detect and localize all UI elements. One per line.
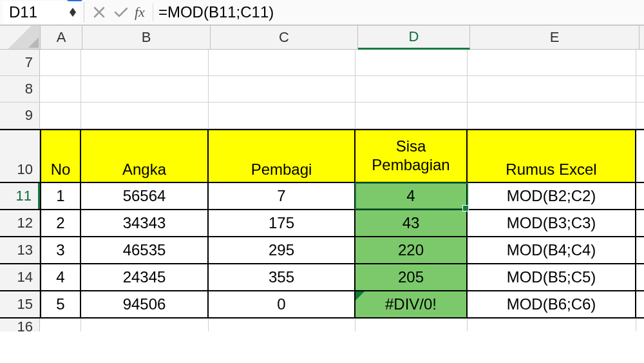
- cell-sisa[interactable]: 220: [355, 237, 468, 263]
- column-header-row: A B C D E: [0, 26, 644, 50]
- cell[interactable]: [40, 319, 81, 331]
- row-14: 14 4 24345 355 205 MOD(B5;C5): [0, 264, 644, 291]
- confirm-formula-button[interactable]: [110, 1, 132, 23]
- cell-pembagi[interactable]: 0: [209, 291, 355, 317]
- cell-angka[interactable]: 34343: [81, 210, 209, 236]
- col-header-B[interactable]: B: [82, 26, 211, 49]
- row-header[interactable]: 7: [0, 50, 40, 75]
- row-7: 7: [0, 50, 644, 76]
- col-header-E[interactable]: E: [470, 26, 639, 49]
- cell[interactable]: [209, 50, 355, 75]
- row-header[interactable]: 15: [0, 291, 40, 317]
- cell-rumus[interactable]: MOD(B5;C5): [468, 264, 636, 290]
- cell-no[interactable]: 2: [40, 210, 81, 236]
- name-box-stepper[interactable]: [70, 8, 76, 17]
- cell-pembagi[interactable]: 7: [209, 183, 355, 209]
- row-11: 11 1 56564 7 4 MOD(B2;C2): [0, 183, 644, 210]
- header-no[interactable]: No: [40, 130, 81, 182]
- cell[interactable]: [40, 103, 81, 128]
- ribbon-accent: [67, 0, 82, 1]
- header-sisa-line2: Pembagian: [372, 156, 450, 175]
- cancel-formula-button[interactable]: [88, 1, 110, 23]
- cell-pembagi[interactable]: 175: [209, 210, 355, 236]
- cell[interactable]: [355, 76, 468, 102]
- cell-value: 4: [406, 187, 415, 205]
- cell[interactable]: [40, 76, 81, 102]
- cell[interactable]: [355, 103, 468, 128]
- cell-rumus[interactable]: MOD(B3;C3): [468, 210, 636, 236]
- fill-handle[interactable]: [462, 205, 469, 211]
- cell[interactable]: [81, 76, 209, 102]
- col-header-C[interactable]: C: [211, 26, 358, 49]
- row-15: 15 5 94506 0 #DIV/0! MOD(B6;C6): [0, 291, 644, 319]
- cell-sisa[interactable]: 43: [355, 210, 468, 236]
- header-angka[interactable]: Angka: [81, 130, 209, 182]
- row-header[interactable]: 10: [0, 130, 40, 182]
- cell[interactable]: [209, 76, 355, 102]
- row-8: 8: [0, 76, 644, 103]
- row-9: 9: [0, 103, 644, 129]
- cell[interactable]: [355, 319, 468, 331]
- cell-angka[interactable]: 24345: [81, 264, 209, 290]
- name-box[interactable]: D11: [3, 1, 80, 23]
- formula-input[interactable]: =MOD(B11;C11): [158, 3, 644, 21]
- row-header[interactable]: 12: [0, 210, 40, 236]
- cell[interactable]: [468, 319, 636, 331]
- header-pembagi[interactable]: Pembagi: [209, 130, 355, 182]
- cell[interactable]: [468, 50, 636, 75]
- svg-marker-2: [28, 37, 39, 48]
- cell-no[interactable]: 5: [40, 291, 81, 317]
- cell-pembagi[interactable]: 295: [209, 237, 355, 263]
- cell-angka[interactable]: 56564: [81, 183, 209, 209]
- chevron-down-icon: [70, 12, 76, 17]
- cell-rumus[interactable]: MOD(B2;C2): [468, 183, 636, 209]
- row-header[interactable]: 11: [0, 183, 40, 209]
- col-header-A[interactable]: A: [41, 26, 82, 49]
- cell[interactable]: [355, 50, 468, 75]
- cell[interactable]: [468, 103, 636, 128]
- divider: [153, 3, 153, 21]
- cell-rumus[interactable]: MOD(B6;C6): [468, 291, 636, 317]
- cell[interactable]: [81, 50, 209, 75]
- cell-sisa[interactable]: 205: [355, 264, 468, 290]
- cell-pembagi[interactable]: 355: [209, 264, 355, 290]
- cell[interactable]: [81, 103, 209, 128]
- cell-sisa-error[interactable]: #DIV/0!: [355, 291, 468, 317]
- col-header-D[interactable]: D: [358, 26, 470, 50]
- check-icon: [114, 6, 128, 18]
- row-12: 12 2 34343 175 43 MOD(B3;C3): [0, 210, 644, 237]
- row-header[interactable]: 14: [0, 264, 40, 290]
- grid-rows: 7 8 9 10 No Angka Pemba: [0, 50, 644, 331]
- header-rumus[interactable]: Rumus Excel: [468, 130, 636, 182]
- cell-angka[interactable]: 94506: [81, 291, 209, 317]
- header-sisa-line1: Sisa: [396, 137, 426, 156]
- cell[interactable]: [468, 76, 636, 102]
- cell-no[interactable]: 4: [40, 264, 81, 290]
- cell-angka[interactable]: 46535: [81, 237, 209, 263]
- header-sisa[interactable]: Sisa Pembagian: [355, 130, 468, 182]
- cell[interactable]: [81, 319, 209, 331]
- cell[interactable]: [40, 50, 81, 75]
- row-header[interactable]: 13: [0, 237, 40, 263]
- cell-rumus[interactable]: MOD(B4;C4): [468, 237, 636, 263]
- close-icon: [93, 6, 105, 18]
- row-13: 13 3 46535 295 220 MOD(B4;C4): [0, 237, 644, 264]
- select-all-icon: [28, 37, 39, 48]
- svg-marker-0: [70, 8, 76, 12]
- row-header[interactable]: 9: [0, 103, 40, 128]
- cell-reference: D11: [9, 3, 37, 21]
- svg-marker-1: [70, 12, 76, 17]
- cell-no[interactable]: 1: [40, 183, 81, 209]
- select-all-corner[interactable]: [0, 26, 41, 49]
- row-header[interactable]: 16: [0, 319, 40, 331]
- cell[interactable]: [209, 319, 355, 331]
- row-10: 10 No Angka Pembagi Sisa Pembagian Rumus…: [0, 129, 644, 183]
- cell[interactable]: [209, 103, 355, 128]
- cell-no[interactable]: 3: [40, 237, 81, 263]
- cell-sisa-selected[interactable]: 4: [355, 183, 468, 209]
- row-16: 16: [0, 319, 644, 331]
- chevron-up-icon: [70, 8, 76, 12]
- fx-label[interactable]: fx: [132, 4, 147, 21]
- row-header[interactable]: 8: [0, 76, 40, 102]
- spreadsheet-grid[interactable]: A B C D E 7 8 9: [0, 26, 644, 331]
